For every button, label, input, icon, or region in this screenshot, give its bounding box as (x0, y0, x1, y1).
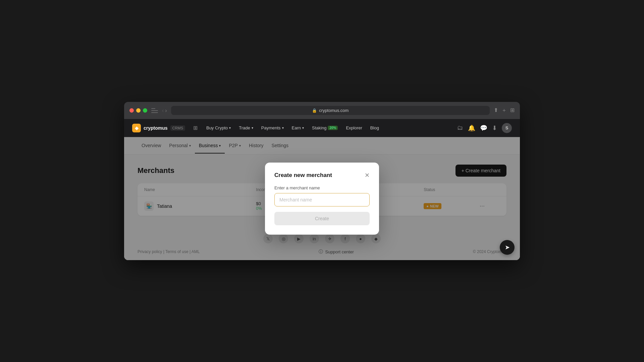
browser-chrome: ‹ › 🔒 cryptomus.com ⬆ ＋ ⊞ (124, 102, 520, 119)
modal-close-button[interactable]: ✕ (365, 172, 370, 178)
create-merchant-modal: Create new merchant ✕ Enter a merchant n… (265, 163, 379, 235)
merchant-name-label: Enter a merchant name (274, 185, 370, 190)
nav-blog[interactable]: Blog (367, 123, 382, 132)
download-icon[interactable]: ⬇ (492, 124, 497, 132)
nav-right: 🗂 🔔 💬 ⬇ S (457, 123, 512, 133)
app-nav: ◈ cryptomus CRMS ⊞ Buy Crypto ▾ Trade ▾ … (124, 119, 520, 137)
logo-icon: ◈ (132, 124, 141, 132)
merchant-name-input[interactable] (274, 193, 370, 206)
avatar[interactable]: S (502, 123, 512, 133)
address-bar-actions: ⬆ ＋ ⊞ (494, 107, 515, 114)
bell-icon[interactable]: 🔔 (468, 124, 475, 132)
chat-fab-button[interactable]: ➤ (500, 240, 515, 255)
nav-links: Buy Crypto ▾ Trade ▾ Payments ▾ Earn ▾ S… (203, 123, 457, 132)
chat-icon[interactable]: 💬 (480, 124, 487, 132)
address-bar[interactable]: 🔒 cryptomus.com (171, 106, 490, 115)
minimize-button[interactable] (136, 108, 141, 113)
wallet-icon[interactable]: 🗂 (457, 124, 463, 131)
app-logo[interactable]: ◈ cryptomus CRMS (132, 124, 185, 132)
nav-staking[interactable]: Staking 20% (309, 123, 341, 132)
grid-view-icon[interactable]: ⊞ (510, 107, 515, 114)
nav-payments[interactable]: Payments ▾ (258, 123, 287, 132)
maximize-button[interactable] (143, 108, 147, 113)
modal-create-button[interactable]: Create (274, 212, 370, 225)
page-wrapper: Overview Personal ▾ Business ▾ P2P ▾ His… (124, 137, 520, 260)
nav-buy-crypto[interactable]: Buy Crypto ▾ (203, 123, 234, 132)
nav-trade[interactable]: Trade ▾ (235, 123, 256, 132)
back-button[interactable]: ‹ (162, 108, 164, 114)
new-tab-icon[interactable]: ＋ (501, 107, 507, 114)
forward-button[interactable]: › (165, 108, 167, 114)
logo-text: cryptomus (144, 125, 168, 131)
nav-explorer[interactable]: Explorer (342, 123, 365, 132)
send-icon: ➤ (505, 244, 510, 251)
close-button[interactable] (129, 108, 134, 113)
modal-title: Create new merchant (274, 172, 332, 179)
traffic-lights (129, 108, 147, 113)
share-icon[interactable]: ⬆ (494, 107, 498, 114)
apps-grid-icon[interactable]: ⊞ (193, 125, 198, 131)
nav-earn[interactable]: Earn ▾ (288, 123, 307, 132)
url-text: cryptomus.com (319, 108, 348, 113)
security-icon: 🔒 (312, 108, 317, 113)
staking-badge: 20% (328, 126, 338, 130)
modal-overlay[interactable]: Create new merchant ✕ Enter a merchant n… (124, 137, 520, 260)
crms-badge: CRMS (170, 125, 185, 131)
sidebar-toggle[interactable] (151, 108, 158, 113)
browser-controls (151, 108, 158, 113)
modal-header: Create new merchant ✕ (274, 172, 370, 179)
nav-arrows: ‹ › (162, 108, 167, 114)
